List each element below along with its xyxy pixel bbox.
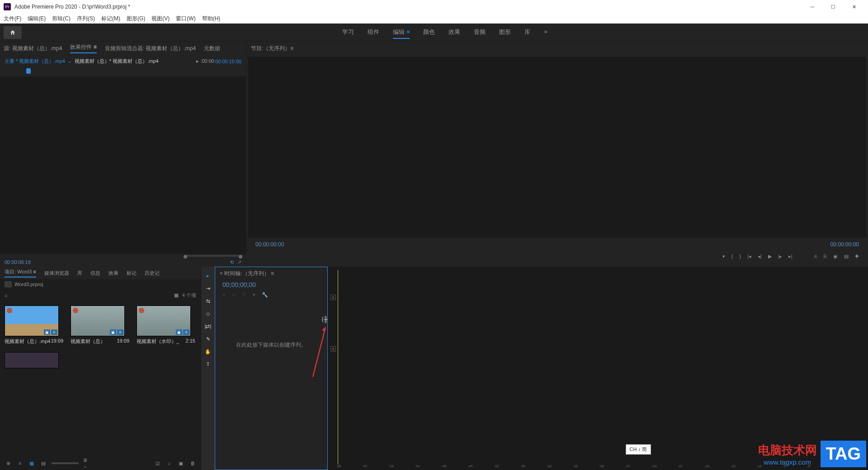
hand-tool-icon[interactable]: ✋: [203, 347, 212, 356]
timeline-panel[interactable]: × 时间轴:（无序列） ≡ 00;00;00;00 ⌁ ∩ ⚐ ▾ 🔧 在此处放…: [215, 267, 328, 470]
bin-item[interactable]: ▣≡ 视频素材（总）19:09: [71, 306, 129, 345]
menu-sequence[interactable]: 序列(S): [77, 15, 95, 23]
tab-effects2[interactable]: 效果: [108, 270, 118, 277]
menu-window[interactable]: 窗口(W): [176, 15, 195, 23]
loop-icon[interactable]: ⟲: [230, 259, 234, 265]
menu-edit[interactable]: 编辑(E): [28, 15, 46, 23]
menu-graphics[interactable]: 图形(G): [127, 15, 145, 23]
tab-media-browser[interactable]: 媒体浏览器: [44, 270, 69, 277]
playhead-icon[interactable]: [26, 68, 31, 74]
tab-effects[interactable]: 效果: [448, 26, 460, 39]
search-icon[interactable]: ⌕: [5, 292, 8, 298]
type-tool-icon[interactable]: T: [203, 360, 212, 369]
compare-icon[interactable]: ▤: [844, 254, 849, 259]
bin-item-placeholder[interactable]: [5, 352, 63, 368]
solo-button[interactable]: S: [330, 295, 336, 300]
tab-effect-controls[interactable]: 效果控件 ≡: [70, 43, 96, 53]
tab-graphics[interactable]: 图形: [499, 26, 511, 39]
watermark-tag: TAG: [821, 441, 866, 467]
auto-seq-icon[interactable]: ⊡: [154, 460, 161, 467]
play-icon[interactable]: ▶: [768, 254, 772, 259]
marker2-icon[interactable]: ⚐: [242, 292, 246, 298]
extract-icon[interactable]: ⎘: [824, 254, 827, 259]
step-fwd-icon[interactable]: |▸: [778, 254, 782, 259]
pen-tool-icon[interactable]: ✎: [203, 334, 212, 343]
in-point-icon[interactable]: {: [731, 254, 733, 259]
menu-view[interactable]: 视图(V): [151, 15, 170, 23]
workspace-more[interactable]: »: [544, 26, 547, 39]
menu-file[interactable]: 文件(F): [4, 15, 21, 23]
linked-sel-icon[interactable]: ∩: [232, 292, 236, 298]
zoom-slider[interactable]: [52, 462, 79, 464]
folder-icon[interactable]: [5, 281, 12, 287]
tab-audio[interactable]: 音频: [474, 26, 486, 39]
close-button[interactable]: ✕: [844, 0, 864, 14]
goto-out-icon[interactable]: ▸|: [788, 254, 793, 259]
new-bin-icon[interactable]: ⊕: [5, 460, 12, 467]
timeline-drop-hint: 在此处放下媒体以创建序列。: [215, 301, 327, 390]
find-icon[interactable]: ⌕: [165, 460, 173, 467]
freeform-view-icon[interactable]: ▤: [40, 460, 47, 467]
tab-history[interactable]: 历史记: [145, 270, 160, 277]
tab-assembly[interactable]: 组件: [368, 26, 379, 39]
menu-clip[interactable]: 剪辑(C): [52, 15, 71, 23]
tab-source[interactable]: 源: 视频素材（总）.mp4: [4, 45, 62, 52]
effect-scrollbar[interactable]: [0, 254, 246, 258]
tab-markers2[interactable]: 标记: [127, 270, 137, 277]
project-bins[interactable]: ▣≡ 视频素材（总）.mp419:09 ▣≡ 视频素材（总）19:09 ▣≡ 视…: [0, 301, 201, 456]
badge-icon: [7, 308, 12, 313]
insert-icon[interactable]: ▾: [253, 292, 255, 298]
bin-item[interactable]: ▣≡ 视频素材（水印）_2:15: [137, 306, 195, 345]
wrench-icon[interactable]: 🔧: [262, 292, 268, 298]
list-view-icon[interactable]: ≡: [16, 460, 24, 467]
home-button[interactable]: [4, 26, 22, 39]
program-monitor-panel: 节目:（无序列） ≡ 00:00:00:00 00:00:00:00 ▾ { }…: [246, 42, 868, 267]
tab-color[interactable]: 颜色: [423, 26, 435, 39]
step-back-icon[interactable]: ◂|: [758, 254, 762, 259]
filter-icon[interactable]: ▦: [174, 292, 179, 298]
master-clip-label[interactable]: 主要 * 视频素材（总）.mp4: [5, 58, 65, 65]
sort-icon[interactable]: ≣ ⌄: [83, 460, 90, 467]
menu-help[interactable]: 帮助(H): [202, 15, 221, 23]
tab-project[interactable]: 项目: Word3 ≡: [5, 268, 36, 277]
new-item-icon[interactable]: ▣: [177, 460, 184, 467]
tab-editing[interactable]: 编辑 ≡: [393, 26, 410, 39]
menu-markers[interactable]: 标记(M): [101, 15, 120, 23]
tab-info[interactable]: 信息: [90, 270, 100, 277]
program-tc-left[interactable]: 00:00:00:00: [255, 241, 284, 248]
program-monitor[interactable]: [248, 57, 866, 238]
trash-icon[interactable]: 🗑: [189, 460, 196, 467]
maximize-button[interactable]: ☐: [823, 0, 844, 14]
current-timecode[interactable]: 00:00:06:18: [5, 259, 31, 265]
timeline-timecode[interactable]: 00;00;00;00: [215, 280, 327, 289]
selection-tool-icon[interactable]: ▸: [203, 271, 212, 280]
lift-icon[interactable]: ⎋: [814, 254, 817, 259]
solo-button[interactable]: S: [330, 346, 336, 352]
export-frame-icon[interactable]: ◉: [833, 254, 838, 259]
marker-icon[interactable]: ▾: [722, 254, 725, 259]
tab-learn[interactable]: 学习: [342, 26, 354, 39]
tab-metadata[interactable]: 元数据: [204, 45, 220, 52]
tab-audio-mixer[interactable]: 音频剪辑混合器: 视频素材（总）.mp4: [105, 45, 196, 52]
audio-meter-panel: S S dB-57-54-51-48-45-42-39-36-33-30-27-…: [328, 267, 868, 470]
program-tc-right[interactable]: 00:00:00:00: [830, 241, 859, 248]
bin-item[interactable]: ▣≡ 视频素材（总）.mp419:09: [5, 306, 63, 345]
clip-label: 视频素材（总）* 视频素材（总）.mp4: [75, 58, 159, 65]
ime-indicator[interactable]: CH ♪ 简: [626, 444, 651, 455]
ripple-tool-icon[interactable]: ⇆: [203, 296, 212, 306]
slip-tool-icon[interactable]: |⇄|: [203, 322, 212, 331]
tab-libraries[interactable]: 库: [77, 270, 82, 277]
snap-icon[interactable]: ⌁: [222, 292, 226, 298]
export-icon[interactable]: ↗: [237, 259, 241, 265]
razor-tool-icon[interactable]: ◇: [203, 309, 212, 318]
out-point-icon[interactable]: }: [740, 254, 741, 259]
minimize-button[interactable]: ─: [802, 0, 823, 14]
tab-libraries[interactable]: 库: [524, 26, 530, 39]
track-select-tool-icon[interactable]: ⇥: [203, 284, 212, 293]
effect-timeline-ruler[interactable]: [5, 67, 246, 76]
program-title[interactable]: 节目:（无序列）: [251, 45, 290, 52]
icon-view-icon[interactable]: ▦: [28, 460, 35, 467]
goto-in-icon[interactable]: |◂: [747, 254, 751, 259]
button-editor-icon[interactable]: +: [855, 252, 859, 260]
search-input[interactable]: [11, 292, 170, 299]
